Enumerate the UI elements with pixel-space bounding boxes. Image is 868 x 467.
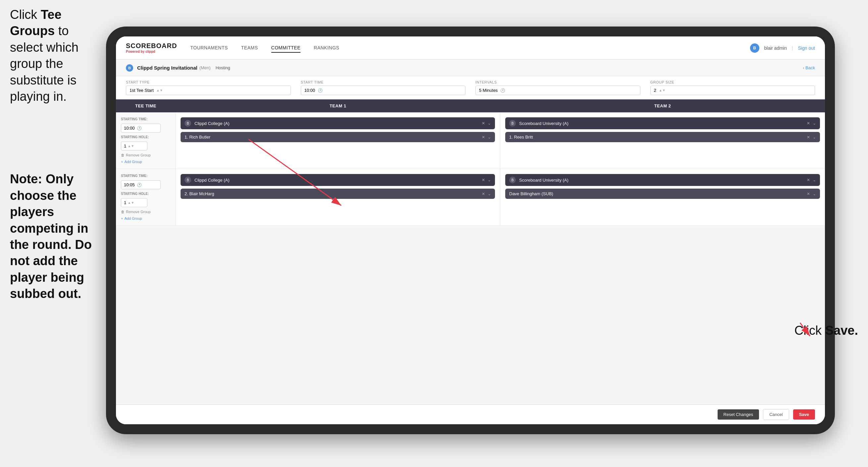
interval-clock-icon: 🕐 (500, 88, 505, 93)
add-group-button-2[interactable]: + Add Group (121, 216, 170, 221)
team2-name-1: Scoreboard University (A) (519, 121, 803, 126)
tee-time-col-1: STARTING TIME: 10:00 🕐 STARTING HOLE: 1 … (116, 112, 176, 169)
group-size-group: Group Size 2 ▲▼ (650, 80, 815, 95)
tablet-frame: SCOREBOARD Powered by clippd TOURNAMENTS… (106, 27, 835, 434)
team1-actions-2[interactable]: ✕ ⌄ (482, 178, 491, 182)
event-gender: (Men) (199, 65, 211, 70)
tee-time-header: Tee Time (116, 99, 176, 112)
footer-bar: Reset Changes Cancel Save (116, 404, 825, 424)
team2-remove-icon-2[interactable]: ✕ (807, 178, 810, 182)
team2-selector-2[interactable]: B Scoreboard University (A) ✕ ⌄ (505, 174, 820, 186)
cancel-button[interactable]: Cancel (763, 409, 789, 420)
tee-table-header: Tee Time Team 1 Team 2 (116, 99, 825, 112)
player2-actions-1[interactable]: ✕ ⌄ (807, 135, 816, 140)
note-text: Note: Only choose the players competing … (10, 171, 96, 302)
player1-remove-icon-2[interactable]: ✕ (482, 192, 485, 196)
team2-expand-icon-1[interactable]: ⌄ (813, 121, 816, 126)
group-size-label: Group Size (650, 80, 815, 84)
tee-clock-icon-2: 🕐 (137, 183, 142, 187)
starting-hole-input-2[interactable]: 1 ▲▼ (121, 198, 148, 207)
team1-name-2: Clippd College (A) (194, 178, 478, 183)
team2-header: Team 2 (500, 99, 825, 112)
team2-col-2: B Scoreboard University (A) ✕ ⌄ Dave Bil… (500, 169, 825, 225)
tee-group-row: STARTING TIME: 10:00 🕐 STARTING HOLE: 1 … (116, 112, 825, 169)
group-size-input[interactable]: 2 ▲▼ (650, 86, 815, 95)
start-type-label: Start Type (126, 80, 291, 84)
intervals-input[interactable]: 5 Minutes 🕐 (475, 86, 641, 95)
tablet-screen: SCOREBOARD Powered by clippd TOURNAMENTS… (116, 36, 825, 424)
starting-hole-label-1: STARTING HOLE: (121, 135, 170, 139)
back-button[interactable]: ‹ Back (803, 65, 815, 70)
nav-tournaments[interactable]: TOURNAMENTS (190, 43, 227, 53)
player2-selector-2[interactable]: Dave Billingham (SUB) ✕ ⌄ (505, 188, 820, 199)
team1-selector-1[interactable]: B Clippd College (A) ✕ ⌄ (181, 117, 495, 129)
team2-col-1: B Scoreboard University (A) ✕ ⌄ 1. Rees … (500, 112, 825, 169)
save-button[interactable]: Save (793, 409, 815, 419)
player2-expand-icon-2[interactable]: ⌄ (813, 192, 816, 196)
remove-group-button-2[interactable]: 🗑 Remove Group (121, 210, 170, 214)
tee-time-col-2: STARTING TIME: 10:05 🕐 STARTING HOLE: 1 … (116, 169, 176, 225)
player1-selector-1[interactable]: 1. Rich Butler ✕ ⌄ (181, 132, 495, 142)
tee-group-row-2: STARTING TIME: 10:05 🕐 STARTING HOLE: 1 … (116, 169, 825, 226)
player2-selector-1[interactable]: 1. Rees Britt ✕ ⌄ (505, 132, 820, 142)
player1-actions-2[interactable]: ✕ ⌄ (482, 192, 491, 196)
intervals-label: Intervals (475, 80, 641, 84)
remove-group-button-1[interactable]: 🗑 Remove Group (121, 153, 170, 157)
team1-expand-icon-1[interactable]: ⌄ (488, 121, 491, 126)
logo-powered: Powered by clippd (126, 50, 177, 53)
player1-name-1: 1. Rich Butler (185, 135, 478, 140)
starting-time-input-2[interactable]: 10:05 🕐 (121, 180, 161, 189)
tee-groups: STARTING TIME: 10:00 🕐 STARTING HOLE: 1 … (116, 112, 825, 226)
team1-header: Team 1 (176, 99, 500, 112)
clock-icon: 🕐 (318, 88, 323, 93)
reset-changes-button[interactable]: Reset Changes (718, 409, 760, 419)
nav-teams[interactable]: TEAMS (241, 43, 258, 53)
player1-remove-icon-1[interactable]: ✕ (482, 135, 485, 140)
team2-actions-1[interactable]: ✕ ⌄ (807, 121, 816, 126)
logo-area: SCOREBOARD Powered by clippd (126, 42, 177, 53)
team1-actions-1[interactable]: ✕ ⌄ (482, 121, 491, 126)
team1-selector-2[interactable]: B Clippd College (A) ✕ ⌄ (181, 174, 495, 186)
team1-col-2: B Clippd College (A) ✕ ⌄ 2. Blair McHarg… (176, 169, 500, 225)
starting-time-input-1[interactable]: 10:00 🕐 (121, 124, 161, 133)
navbar: SCOREBOARD Powered by clippd TOURNAMENTS… (116, 36, 825, 60)
team2-expand-icon-2[interactable]: ⌄ (813, 178, 816, 182)
instruction-area: Click Tee Groups to select which group t… (0, 0, 106, 309)
nav-rankings[interactable]: RANKINGS (314, 43, 339, 53)
nav-committee[interactable]: COMMITTEE (271, 43, 301, 53)
player1-expand-icon-1[interactable]: ⌄ (488, 135, 491, 140)
start-time-label: Start Time (301, 80, 466, 84)
start-time-input[interactable]: 10:00 🕐 (301, 86, 466, 95)
add-group-button-1[interactable]: + Add Group (121, 160, 170, 164)
player2-remove-icon-1[interactable]: ✕ (807, 135, 810, 140)
team2-selector-1[interactable]: B Scoreboard University (A) ✕ ⌄ (505, 117, 820, 129)
sign-out-link[interactable]: Sign out (798, 46, 815, 51)
player1-expand-icon-2[interactable]: ⌄ (488, 192, 491, 196)
tee-clock-icon-1: 🕐 (137, 126, 142, 130)
starting-hole-input-1[interactable]: 1 ▲▼ (121, 142, 148, 150)
team2-actions-2[interactable]: ✕ ⌄ (807, 178, 816, 182)
player1-selector-2[interactable]: 2. Blair McHarg ✕ ⌄ (181, 188, 495, 199)
player2-expand-icon-1[interactable]: ⌄ (813, 135, 816, 140)
player2-remove-icon-2[interactable]: ✕ (807, 192, 810, 196)
group-size-spinner[interactable]: ▲▼ (659, 88, 665, 92)
start-time-group: Start Time 10:00 🕐 (301, 80, 466, 95)
team1-expand-icon-2[interactable]: ⌄ (488, 178, 491, 182)
sub-header: B Clippd Spring Invitational (Men) Hosti… (116, 60, 825, 76)
nav-user: B blair admin | Sign out (750, 43, 815, 53)
team2-badge-2: B (509, 177, 516, 183)
player1-name-2: 2. Blair McHarg (185, 191, 478, 196)
start-type-spinner[interactable]: ▲▼ (156, 88, 163, 92)
team1-remove-icon-2[interactable]: ✕ (482, 178, 485, 182)
team1-name-1: Clippd College (A) (194, 121, 478, 126)
player1-actions-1[interactable]: ✕ ⌄ (482, 135, 491, 140)
team2-remove-icon-1[interactable]: ✕ (807, 121, 810, 126)
player2-actions-2[interactable]: ✕ ⌄ (807, 192, 816, 196)
team1-remove-icon-1[interactable]: ✕ (482, 121, 485, 126)
settings-row: Start Type 1st Tee Start ▲▼ Start Time 1… (116, 76, 825, 99)
player2-name-2: Dave Billingham (SUB) (509, 191, 803, 196)
start-type-group: Start Type 1st Tee Start ▲▼ (126, 80, 291, 95)
click-save-label: Click Save. (795, 323, 858, 338)
hosting-badge: Hosting (216, 65, 230, 70)
start-type-input[interactable]: 1st Tee Start ▲▼ (126, 86, 291, 95)
